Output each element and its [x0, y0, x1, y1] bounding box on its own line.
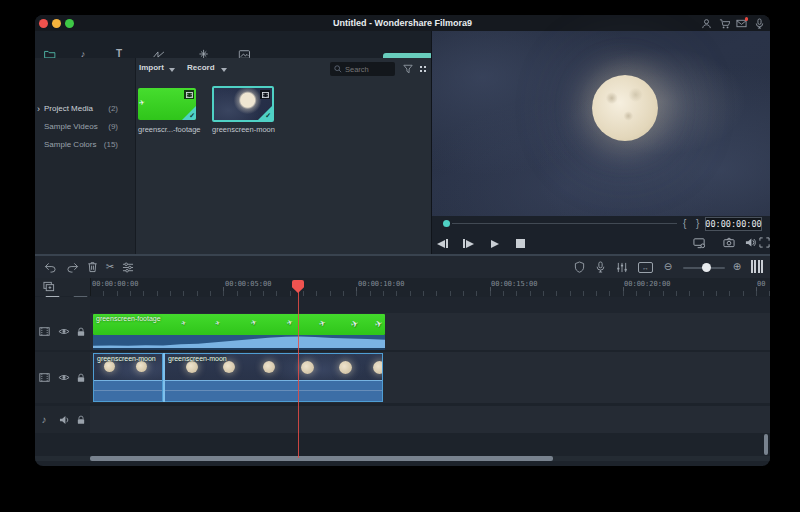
clip-greenscreen-footage[interactable]: greenscreen-footage ✈ ✈ ✈ ✈ ✈ ✈ ✈ [93, 314, 385, 335]
timeline-lane-empty[interactable] [90, 297, 770, 313]
zoom-out-icon[interactable]: ⊖ [661, 260, 675, 274]
clip-audio-waveform [93, 335, 385, 350]
lock-track-icon[interactable] [75, 414, 87, 425]
manage-tracks-icon[interactable] [43, 281, 55, 292]
play-button[interactable] [491, 237, 499, 250]
timeline-hscroll-thumb[interactable] [90, 456, 553, 461]
clip-greenscreen-moon-a[interactable]: greenscreen-moon [93, 353, 163, 402]
sidebar-item-count: (9) [108, 118, 118, 136]
chevron-down-icon[interactable] [221, 68, 227, 72]
record-button[interactable]: Record [187, 63, 215, 72]
account-icon[interactable] [701, 18, 712, 29]
moon-frame-thumb [301, 361, 314, 374]
moon-frame-thumb [339, 361, 352, 374]
zoom-slider-knob[interactable] [702, 263, 711, 272]
clip-name: greenscreen-moon [97, 355, 156, 362]
track-header-spacer [35, 297, 91, 313]
volume-speaker-icon[interactable] [745, 237, 758, 250]
video-track-icon [38, 372, 50, 383]
split-scissors-icon[interactable]: ✂ [103, 260, 117, 274]
voiceover-mic-icon[interactable] [593, 260, 607, 274]
sidebar-item-sample-colors[interactable]: Sample Colors (15) [35, 136, 135, 154]
notification-badge [745, 17, 749, 21]
plane-frame: ✈ [180, 318, 187, 326]
check-icon: ✓ [189, 112, 195, 120]
search-input[interactable] [342, 65, 391, 74]
clip-name: greenscreen-moon [168, 355, 227, 362]
track-header-corner [35, 278, 91, 296]
audio-mixer-icon[interactable] [615, 260, 629, 274]
undo-icon[interactable] [43, 260, 57, 274]
timeline-lane-audio[interactable] [90, 406, 770, 433]
seek-track[interactable] [452, 223, 677, 225]
timeline-vscroll-thumb[interactable] [764, 434, 768, 455]
mark-out-icon[interactable]: } [696, 216, 699, 231]
adjust-sliders-icon[interactable] [121, 260, 135, 274]
fit-timeline-icon[interactable]: ↔ [638, 262, 653, 273]
moon-frame-thumb [263, 361, 275, 373]
check-icon: ✓ [265, 112, 271, 120]
window-title: Untitled - Wondershare Filmora9 [35, 15, 770, 31]
track-options-icon[interactable] [751, 260, 763, 273]
media-item-greenscreen-footage[interactable]: ✈ ✓ [138, 88, 196, 120]
delete-trash-icon[interactable] [85, 260, 99, 274]
media-sidebar: › Project Media (2) Sample Videos (9) Sa… [35, 58, 136, 255]
mute-speaker-icon[interactable] [58, 414, 70, 425]
sidebar-item-project-media[interactable]: › Project Media (2) [35, 100, 135, 118]
track-header-video-main [35, 352, 91, 403]
sidebar-item-count: (15) [104, 136, 118, 154]
moon-frame-thumb [223, 361, 235, 373]
display-settings-icon[interactable] [693, 237, 706, 250]
store-cart-icon[interactable] [719, 18, 730, 29]
previous-frame-button[interactable] [437, 237, 448, 250]
waveform-baseline [93, 348, 385, 350]
filter-funnel-icon[interactable] [403, 64, 413, 74]
search-box[interactable] [330, 62, 395, 76]
toggle-visibility-eye-icon[interactable] [58, 326, 70, 337]
grid-view-icon[interactable] [419, 65, 428, 74]
seek-handle[interactable] [443, 220, 450, 227]
plane-thumbnail: ✈ [138, 98, 145, 107]
clip-audio-section [94, 380, 162, 402]
chevron-down-icon[interactable] [169, 68, 175, 72]
plane-frame: ✈ [250, 318, 258, 327]
film-clip-icon [260, 90, 270, 99]
import-button[interactable]: Import [139, 63, 164, 72]
moon-video-frame [592, 75, 658, 141]
media-item-greenscreen-moon[interactable]: ✓ [212, 86, 274, 122]
sidebar-item-count: (2) [108, 100, 118, 118]
redo-icon[interactable] [66, 260, 80, 274]
moon-frame-thumb [186, 361, 198, 373]
moon-frame-thumb [104, 361, 115, 372]
track-header-video-overlay [35, 313, 91, 350]
mask-shield-icon[interactable] [572, 260, 586, 274]
clip-boundary[interactable] [163, 353, 165, 402]
timeline-toolbar [35, 256, 770, 279]
search-icon [334, 65, 342, 73]
microphone-icon[interactable] [754, 18, 765, 29]
zoom-in-icon[interactable]: ⊕ [730, 260, 744, 274]
lock-track-icon[interactable] [75, 326, 87, 337]
sidebar-item-sample-videos[interactable]: Sample Videos (9) [35, 118, 135, 136]
expand-arrow-icon[interactable]: › [37, 100, 40, 118]
titlebar: Untitled - Wondershare Filmora9 [35, 15, 770, 32]
snapshot-camera-icon[interactable] [723, 237, 736, 250]
clip-greenscreen-moon-b[interactable]: greenscreen-moon [164, 353, 383, 402]
preview-timecode: 00:00:00:00 [705, 217, 762, 231]
preview-viewport [432, 31, 770, 216]
sidebar-item-label: Project Media [44, 100, 93, 118]
track-header-audio: ♪ [35, 406, 91, 433]
lock-track-icon[interactable] [75, 372, 87, 383]
fullscreen-icon[interactable] [759, 237, 770, 250]
clip-name: greenscreen-footage [96, 315, 161, 322]
next-frame-button[interactable] [463, 237, 474, 250]
stop-button[interactable] [516, 237, 525, 250]
mark-in-icon[interactable]: { [683, 216, 686, 231]
media-item-name: greenscreen-moon [212, 125, 275, 134]
moon-frame-thumb [373, 361, 383, 374]
messages-icon[interactable] [736, 18, 747, 29]
sidebar-item-label: Sample Colors [44, 136, 96, 154]
ruler-minor-ticks [90, 291, 770, 296]
toggle-visibility-eye-icon[interactable] [58, 372, 70, 383]
plane-frame: ✈ [318, 318, 327, 329]
